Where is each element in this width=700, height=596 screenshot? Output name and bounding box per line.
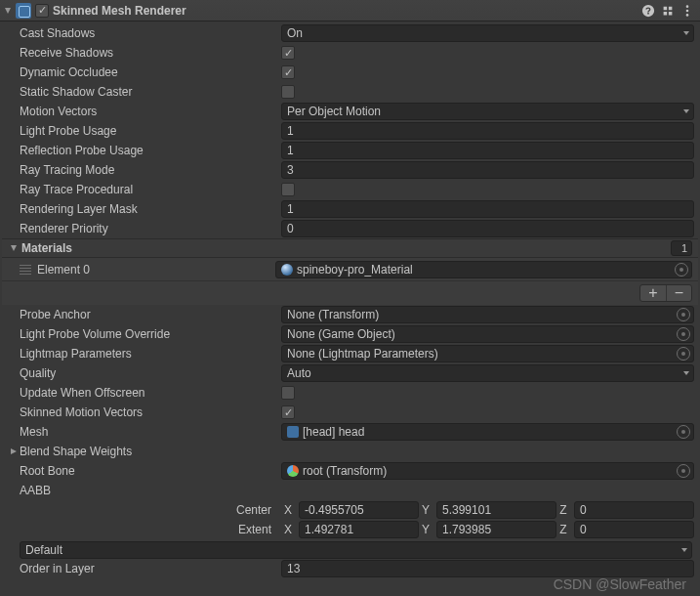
- materials-foldout-icon: [8, 242, 20, 254]
- transform-icon: [287, 465, 299, 477]
- svg-point-2: [686, 14, 689, 17]
- center-x-field[interactable]: [299, 501, 419, 519]
- preset-button[interactable]: [659, 3, 677, 19]
- object-picker-icon[interactable]: [677, 464, 690, 478]
- lightmap-parameters-objectfield[interactable]: None (Lightmap Parameters): [281, 345, 694, 362]
- extent-y-field[interactable]: [436, 521, 556, 538]
- axis-y-label: Y: [419, 523, 432, 536]
- renderer-priority-label: Renderer Priority: [20, 222, 281, 235]
- material-icon: [281, 264, 293, 276]
- extent-label: Extent: [20, 523, 281, 536]
- root-bone-label: Root Bone: [20, 464, 281, 478]
- component-type-icon: [16, 3, 31, 19]
- dynamic-occludee-checkbox[interactable]: [281, 65, 295, 79]
- light-probe-usage-label: Light Probe Usage: [20, 124, 281, 138]
- materials-title: Materials: [21, 241, 671, 255]
- component-foldout-icon[interactable]: [2, 5, 14, 17]
- axis-x-label: X: [281, 523, 295, 536]
- svg-point-0: [686, 5, 689, 8]
- probe-anchor-label: Probe Anchor: [20, 308, 281, 321]
- materials-section-header[interactable]: Materials 1: [2, 238, 698, 258]
- drag-handle-icon[interactable]: [20, 265, 31, 275]
- mesh-icon: [287, 426, 299, 438]
- axis-y-label: Y: [419, 503, 432, 517]
- quality-dropdown[interactable]: Auto: [281, 364, 694, 382]
- materials-plus-minus: + −: [639, 284, 692, 302]
- materials-element-label: Element 0: [37, 263, 275, 277]
- object-picker-icon[interactable]: [677, 327, 690, 341]
- object-picker-icon[interactable]: [677, 347, 690, 361]
- cast-shadows-label: Cast Shadows: [20, 26, 281, 40]
- light-probe-volume-override-label: Light Probe Volume Override: [20, 327, 281, 341]
- blend-shape-weights-foldout-icon[interactable]: [8, 446, 20, 457]
- probe-anchor-objectfield[interactable]: None (Transform): [281, 306, 694, 323]
- quality-label: Quality: [20, 366, 281, 380]
- order-in-layer-label: Order in Layer: [20, 562, 281, 575]
- axis-z-label: Z: [556, 523, 570, 536]
- light-probe-volume-override-objectfield[interactable]: None (Game Object): [281, 325, 694, 343]
- mesh-objectfield[interactable]: [head] head: [281, 423, 694, 441]
- dynamic-occludee-label: Dynamic Occludee: [20, 65, 281, 79]
- renderer-priority-field[interactable]: [281, 220, 694, 237]
- ray-trace-procedural-checkbox[interactable]: [281, 183, 295, 196]
- materials-element-objectfield[interactable]: spineboy-pro_Material: [275, 261, 692, 278]
- light-probe-usage-field[interactable]: [281, 122, 694, 140]
- watermark-text: CSDN @SlowFeather: [554, 576, 686, 592]
- order-in-layer-field[interactable]: [281, 560, 694, 577]
- materials-remove-button[interactable]: −: [666, 285, 691, 301]
- root-bone-objectfield[interactable]: root (Transform): [281, 462, 694, 480]
- mesh-label: Mesh: [20, 425, 281, 439]
- center-label: Center: [20, 503, 281, 517]
- object-picker-icon[interactable]: [675, 263, 688, 277]
- materials-add-button[interactable]: +: [640, 285, 666, 301]
- materials-count[interactable]: 1: [671, 240, 692, 256]
- axis-x-label: X: [281, 503, 295, 517]
- extent-x-field[interactable]: [299, 521, 419, 538]
- rendering-layer-mask-label: Rendering Layer Mask: [20, 202, 281, 216]
- update-when-offscreen-checkbox[interactable]: [281, 386, 295, 400]
- chevron-down-icon: [682, 105, 690, 118]
- reflection-probe-usage-label: Reflection Probe Usage: [20, 144, 281, 157]
- chevron-down-icon: [680, 543, 688, 557]
- motion-vectors-dropdown[interactable]: Per Object Motion: [281, 103, 694, 120]
- ray-tracing-mode-field[interactable]: [281, 161, 694, 179]
- rendering-layer-mask-field[interactable]: [281, 200, 694, 218]
- receive-shadows-label: Receive Shadows: [20, 46, 281, 60]
- component-title: Skinned Mesh Renderer: [53, 4, 186, 18]
- lightmap-parameters-label: Lightmap Parameters: [20, 347, 281, 361]
- blend-shape-weights-label: Blend Shape Weights: [20, 445, 694, 458]
- reflection-probe-usage-field[interactable]: [281, 142, 694, 159]
- motion-vectors-label: Motion Vectors: [20, 105, 281, 118]
- sorting-layer-dropdown[interactable]: Default: [20, 541, 692, 559]
- svg-point-1: [686, 9, 689, 12]
- center-z-field[interactable]: [574, 501, 694, 519]
- ray-trace-procedural-label: Ray Trace Procedural: [20, 183, 281, 196]
- ray-tracing-mode-label: Ray Tracing Mode: [20, 163, 281, 177]
- object-picker-icon[interactable]: [677, 308, 690, 321]
- axis-z-label: Z: [556, 503, 570, 517]
- static-shadow-caster-label: Static Shadow Caster: [20, 85, 281, 99]
- component-enabled-checkbox[interactable]: [35, 4, 49, 18]
- cast-shadows-dropdown[interactable]: On: [281, 24, 694, 42]
- receive-shadows-checkbox[interactable]: [281, 46, 295, 60]
- chevron-down-icon: [682, 26, 690, 40]
- help-button[interactable]: [639, 3, 657, 19]
- object-picker-icon[interactable]: [677, 425, 690, 439]
- extent-z-field[interactable]: [574, 521, 694, 538]
- skinned-motion-vectors-checkbox[interactable]: [281, 405, 295, 419]
- update-when-offscreen-label: Update When Offscreen: [20, 386, 281, 400]
- center-y-field[interactable]: [436, 501, 556, 519]
- aabb-label: AABB: [20, 484, 281, 497]
- static-shadow-caster-checkbox[interactable]: [281, 85, 295, 99]
- context-menu-button[interactable]: [679, 3, 696, 19]
- chevron-down-icon: [682, 366, 690, 380]
- materials-element-row: Element 0 spineboy-pro_Material: [2, 258, 698, 281]
- skinned-motion-vectors-label: Skinned Motion Vectors: [20, 405, 281, 419]
